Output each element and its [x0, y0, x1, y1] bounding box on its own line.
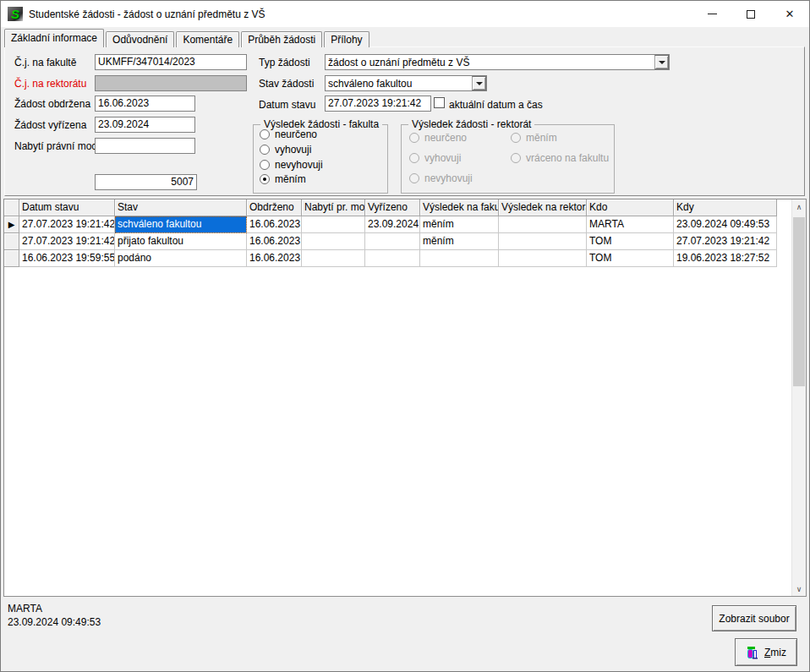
tab-prilohy[interactable]: Přílohy [324, 31, 369, 47]
radio-icon [260, 129, 270, 139]
scrollbar-thumb[interactable] [793, 217, 805, 386]
maximize-button[interactable] [731, 1, 770, 27]
grid-cell[interactable]: TOM [587, 250, 674, 267]
close-button[interactable]: ✕ [770, 1, 809, 27]
grid-header-datum-stavu[interactable]: Datum stavu [19, 199, 115, 216]
grid-cell-selected[interactable]: schváleno fakultou [115, 216, 247, 233]
grid-cell[interactable] [499, 216, 587, 233]
radio-fakulta-vyhovuji[interactable]: vyhovuji [260, 144, 311, 156]
radio-icon [409, 133, 419, 143]
radio-fakulta-menim[interactable]: měním [260, 173, 306, 185]
radio-icon [260, 160, 270, 170]
radio-rektorat-vyhovuji: vyhovuji [409, 152, 461, 164]
tab-prubeh-zadosti[interactable]: Průběh žádosti [241, 31, 322, 47]
grid-cell[interactable] [420, 250, 499, 267]
application-window: S Studentské žádosti - žádost o uznání p… [0, 0, 810, 672]
tab-bar: Základní informaceOdůvodněníKomentářePrů… [4, 29, 371, 47]
close-icon: ✕ [785, 8, 795, 19]
minimize-button[interactable] [692, 1, 731, 27]
grid-header-stav[interactable]: Stav [115, 199, 247, 216]
zobrazit-soubor-label: Zobrazit soubor [719, 613, 789, 625]
grid-header-kdy[interactable]: Kdy [674, 199, 777, 216]
typ-zadosti-dropdown-button[interactable] [654, 55, 669, 69]
vertical-scrollbar[interactable]: ∧ ∨ [791, 199, 806, 596]
grid-cell[interactable]: 27.07.2023 19:21:42 [674, 233, 777, 250]
grid-cell[interactable] [302, 250, 365, 267]
zmiz-button[interactable]: Zmiz [735, 638, 797, 666]
grid-header-vysledek-fakulta[interactable]: Výsledek na fakultě [420, 199, 499, 216]
grid-header-row: Datum stavu Stav Obdrženo Nabytí pr. moc… [4, 199, 806, 216]
typ-zadosti-combobox[interactable]: žádost o uznání předmětu z VŠ [325, 54, 670, 70]
radio-icon [511, 153, 521, 163]
record-id-field[interactable]: 5007 [95, 174, 197, 190]
tab-komentare[interactable]: Komentáře [176, 31, 239, 47]
row-indicator-icon: ▶ [8, 220, 15, 229]
datum-stavu-field[interactable]: 27.07.2023 19:21:42 [325, 96, 431, 112]
grid-cell[interactable]: 27.07.2023 19:21:42 [19, 233, 115, 250]
scroll-up-button[interactable]: ∧ [792, 199, 806, 214]
grid-cell[interactable]: podáno [115, 250, 247, 267]
grid-cell[interactable]: 16.06.2023 19:59:55 [19, 250, 115, 267]
zadost-vyrizena-label: Žádost vyřízena [14, 119, 86, 131]
row-selector [4, 250, 19, 267]
grid-cell[interactable]: 16.06.2023 [247, 233, 302, 250]
cj-rektorat-label: Č.j. na rektorátu [14, 78, 86, 90]
cj-fakulta-field[interactable]: UKMFF/347014/2023 [95, 54, 247, 70]
cj-fakulta-label: Č.j. na fakultě [14, 57, 76, 68]
tab-zakladni-informace[interactable]: Základní informace [4, 29, 104, 47]
radio-fakulta-neurceno[interactable]: neurčeno [260, 128, 317, 140]
typ-zadosti-value: žádost o uznání předmětu z VŠ [328, 56, 652, 69]
grid-header-vysledek-rektorat[interactable]: Výsledek na rektorátu [499, 199, 587, 216]
radio-dot [263, 178, 266, 181]
footer-timestamp: 23.09.2024 09:49:53 [8, 616, 101, 628]
radio-icon [260, 174, 270, 184]
scroll-down-button[interactable]: ∨ [792, 582, 806, 596]
grid-cell[interactable] [365, 250, 420, 267]
app-icon: S [8, 7, 23, 21]
grid-cell[interactable]: 23.09.2024 [365, 216, 420, 233]
exit-door-icon [746, 646, 759, 659]
radio-fakulta-nevyhovuji[interactable]: nevyhovuji [260, 159, 323, 171]
zadost-obdrzena-field[interactable]: 16.06.2023 [95, 96, 195, 112]
grid-cell[interactable] [499, 233, 587, 250]
zmiz-label: Zmiz [764, 647, 786, 658]
grid-cell[interactable]: 27.07.2023 19:21:42 [19, 216, 115, 233]
stav-zadosti-combobox[interactable]: schváleno fakultou [325, 75, 487, 91]
typ-zadosti-label: Typ žádosti [259, 57, 310, 68]
grid-cell[interactable] [302, 216, 365, 233]
tab-oduvodneni[interactable]: Odůvodnění [106, 31, 174, 47]
grid-cell[interactable]: 23.09.2024 09:49:53 [674, 216, 777, 233]
zobrazit-soubor-button[interactable]: Zobrazit soubor [712, 605, 796, 631]
grid-header-kdo[interactable]: Kdo [587, 199, 674, 216]
minimize-icon [708, 14, 717, 14]
radio-icon [511, 133, 521, 143]
radio-label: neurčeno [275, 128, 317, 140]
stav-zadosti-dropdown-button[interactable] [472, 76, 486, 90]
grid-cell[interactable]: měním [420, 216, 499, 233]
radio-label: nevyhovuji [424, 172, 473, 184]
grid-header-vyrizeno[interactable]: Vyřízeno [365, 199, 420, 216]
grid-cell[interactable]: 16.06.2023 [247, 216, 302, 233]
grid-cell[interactable] [499, 250, 587, 267]
grid-cell[interactable]: TOM [587, 233, 674, 250]
grid-cell[interactable]: 19.06.2023 18:27:52 [674, 250, 777, 267]
nabyti-pravni-moci-field[interactable] [95, 138, 195, 154]
aktualni-datum-checkbox[interactable] [434, 97, 445, 108]
grid-cell[interactable]: měním [420, 233, 499, 250]
grid-cell[interactable]: 16.06.2023 [247, 250, 302, 267]
window-title: Studentské žádosti - žádost o uznání pře… [29, 8, 265, 20]
app-icon-letter: S [11, 8, 19, 20]
zadost-vyrizena-field[interactable]: 23.09.2024 [95, 117, 195, 133]
aktualni-datum-label: aktuální datum a čas [449, 99, 543, 111]
grid-cell[interactable] [365, 233, 420, 250]
grid-header-obdrzeno[interactable]: Obdrženo [247, 199, 302, 216]
radio-label: vráceno na fakultu [526, 152, 609, 164]
history-grid: Datum stavu Stav Obdrženo Nabytí pr. moc… [3, 199, 807, 597]
title-bar: S Studentské žádosti - žádost o uznání p… [1, 1, 809, 27]
grid-cell[interactable]: MARTA [587, 216, 674, 233]
grid-cell[interactable] [302, 233, 365, 250]
radio-label: nevyhovuji [275, 159, 323, 171]
grid-header-nabyti[interactable]: Nabytí pr. moci [302, 199, 365, 216]
grid-cell[interactable]: přijato fakultou [115, 233, 247, 250]
radio-rektorat-neurceno: neurčeno [409, 132, 467, 144]
